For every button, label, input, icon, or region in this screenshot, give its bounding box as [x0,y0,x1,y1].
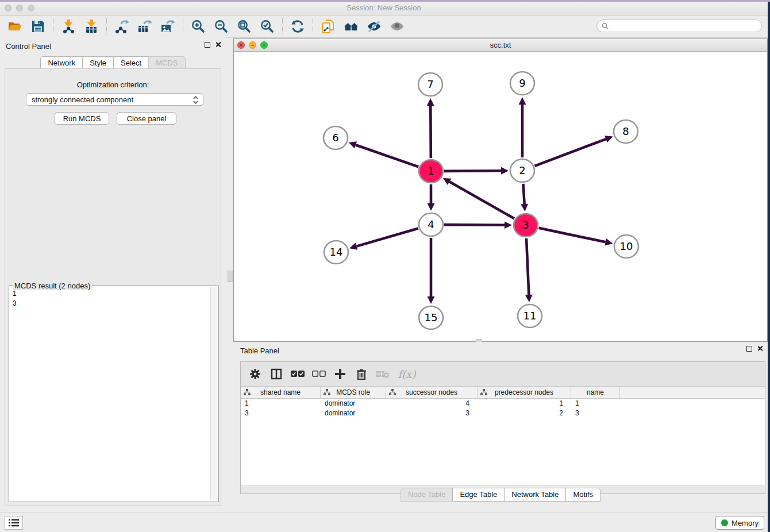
main-titlebar: Session: New Session [0,2,768,16]
table-cell[interactable]: 1 [241,399,321,408]
table-header-row: shared nameMCDS rolesuccessor nodesprede… [241,387,765,399]
search-field[interactable] [596,20,762,32]
control-panel-title: Control Panel [6,42,51,51]
zoom-selected-button[interactable] [256,18,279,35]
memory-button[interactable]: Memory [715,516,764,530]
network-canvas[interactable]: 7968124314101511 [234,51,767,341]
graph-node-label-4: 4 [428,218,434,230]
export-image-button[interactable] [156,18,179,35]
mcds-result-list: 13 [13,289,17,309]
search-input[interactable] [612,21,761,30]
import-network-button[interactable] [57,18,80,35]
zoom-selected-icon [260,19,275,34]
graph-arrowhead-1-2 [501,167,509,175]
graph-edge-3-1[interactable] [449,182,514,218]
graph-arrowhead-2-9 [519,97,526,105]
close-panel-icon[interactable] [215,41,221,48]
network-window-titlebar[interactable]: ✕ − + scc.txt [234,39,767,52]
graph-edge-2-8[interactable] [535,139,606,166]
select-all-button[interactable] [287,364,308,384]
export-table-icon [137,19,152,34]
table-cell[interactable]: 4 [386,399,478,408]
refresh-view-icon [290,19,305,34]
show-graphics-button[interactable] [386,18,409,35]
criterion-dropdown[interactable]: strongly connected component [26,93,203,106]
table-tab-network-table[interactable]: Network Table [504,488,566,502]
zoom-in-icon [191,19,206,34]
result-scrollbar[interactable] [210,287,217,500]
split-view-button[interactable] [265,364,287,384]
run-mcds-button[interactable]: Run MCDS [55,112,109,125]
dropdown-stepper-icon [192,95,199,105]
command-list-button[interactable] [5,516,23,530]
float-table-panel-icon[interactable] [746,346,752,352]
column-header-successor-nodes[interactable]: successor nodes [386,387,478,398]
delete-table-button[interactable] [372,364,393,384]
zoom-fit-button[interactable] [233,18,256,35]
column-header-MCDS-role[interactable]: MCDS role [321,387,386,398]
graph-edge-2-3[interactable] [523,184,524,204]
table-tab-node-table[interactable]: Node Table [401,488,453,502]
graph-edge-3-10[interactable] [539,228,606,242]
zoom-in-button[interactable] [187,18,210,35]
graph-edge-1-7[interactable] [430,106,431,158]
table-cell[interactable]: 1 [478,399,571,408]
import-table-button[interactable] [80,18,103,35]
clone-network-button[interactable] [317,18,340,35]
open-file-button[interactable] [3,18,26,35]
table-cell[interactable]: 1 [571,399,620,408]
table-cell[interactable]: dominator [321,408,386,418]
table-row: 3dominator323 [241,408,765,418]
network-window-title: scc.txt [234,41,767,49]
hide-graphics-button[interactable] [363,18,386,35]
close-panel-button[interactable]: Close panel [117,112,176,125]
panel-splitter-handle[interactable] [228,271,233,282]
table-cell[interactable]: 2 [478,408,571,418]
column-header-name[interactable]: name [571,387,620,398]
deselect-all-button[interactable] [308,364,329,384]
main-toolbar [0,16,768,38]
export-table-button[interactable] [133,18,156,35]
table-tab-edge-table[interactable]: Edge Table [452,488,505,502]
table-toolbar: f(x) [241,362,765,387]
table-cell[interactable]: dominator [321,399,386,408]
save-session-button[interactable] [26,18,49,35]
table-cell[interactable]: 3 [386,408,478,418]
graph-arrowhead-4-15 [428,296,435,304]
column-label: shared name [260,388,301,396]
graph-edge-1-6[interactable] [356,145,418,167]
memory-label: Memory [732,519,759,527]
graph-edge-4-14[interactable] [357,228,418,246]
graph-arrowhead-3-11 [525,295,533,302]
function-builder-button[interactable]: f(x) [393,364,421,384]
graph-node-label-8: 8 [622,125,629,137]
close-table-panel-icon[interactable] [757,345,763,352]
graph-node-label-1: 1 [428,165,434,177]
add-column-button[interactable] [329,364,351,384]
table-panel: Table Panel [233,342,768,510]
delete-column-button[interactable] [351,364,372,384]
table-settings-button[interactable] [244,364,265,384]
select-all-icon [291,370,305,378]
column-header-shared-name[interactable]: shared name [241,387,321,398]
float-panel-icon[interactable] [205,42,210,48]
settings-gear-icon [249,368,261,380]
graph-edge-4-3[interactable] [444,225,505,225]
mcds-result-item: 3 [13,299,17,309]
table-tab-motifs[interactable]: Motifs [565,488,600,502]
graph-edge-1-2[interactable] [444,171,501,171]
home-layout-button[interactable] [340,18,363,35]
table-cell[interactable]: 3 [571,408,620,418]
refresh-view-button[interactable] [286,18,309,35]
table-tabs: Node TableEdge TableNetwork TableMotifs [233,488,768,502]
function-builder-icon: f(x) [398,368,416,380]
mcds-panel: Optimization criterion: strongly connect… [5,68,221,506]
optimization-criterion-label: Optimization criterion: [5,80,221,89]
import-network-icon [61,19,76,34]
export-network-icon [114,19,129,34]
column-header-predecessor-nodes[interactable]: predecessor nodes [478,387,571,398]
export-network-button[interactable] [110,18,133,35]
zoom-out-button[interactable] [210,18,233,35]
table-cell[interactable]: 3 [241,408,321,418]
graph-edge-3-11[interactable] [526,238,529,295]
